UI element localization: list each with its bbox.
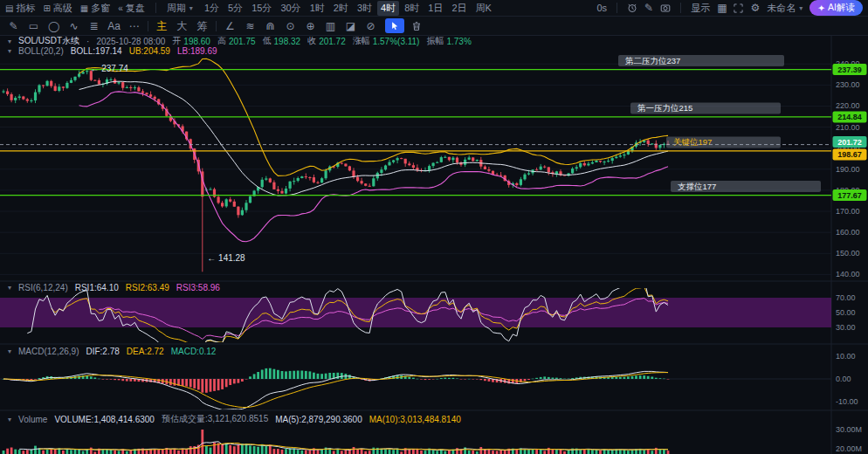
volume-name[interactable]: Volume — [18, 415, 47, 424]
svg-text:140.00: 140.00 — [836, 270, 860, 279]
tab-main-chart[interactable]: 主 — [153, 18, 171, 34]
draw-wave-icon[interactable]: ∿ — [65, 18, 83, 34]
draw-lines-icon[interactable]: ≣ — [85, 18, 103, 34]
boll-name[interactable]: BOLL(20,2) — [18, 46, 64, 56]
timeframe-3时[interactable]: 3时 — [354, 1, 375, 16]
toolbar-separator — [155, 3, 156, 13]
ohlc-low: 低198.32 — [263, 35, 301, 47]
layout-grid-icon[interactable]: ▦ — [717, 2, 727, 14]
crosshair-icon[interactable]: ⊕ — [301, 18, 320, 34]
chevron-down-icon: ▾ — [799, 4, 803, 12]
rsi1-value: RSI1:64.10 — [75, 283, 119, 292]
draw-more-icon[interactable]: ⋯ — [125, 18, 143, 34]
svg-text:-10.00: -10.00 — [836, 397, 858, 406]
alert-clock-icon[interactable] — [627, 3, 637, 13]
svg-text:190.00: 190.00 — [836, 165, 860, 174]
screenshot-camera-icon[interactable] — [660, 3, 671, 13]
drawing-toolbar: ✎▭◯∿≣Aa⋯主大筹∠≋⋒⊙⊕▥◪⊘ — [0, 17, 868, 36]
tab-chips[interactable]: 筹 — [193, 18, 211, 34]
rsi-legend: ▾ RSI(6,12,24) RSI1:64.10 RSI2:63.49 RSI… — [7, 283, 220, 292]
period-menu[interactable]: 周期 ▾ — [167, 2, 193, 15]
svg-text:201.72: 201.72 — [837, 138, 862, 147]
volume-legend: ▾ Volume VOLUME:1,408,414.6300 预估成交量:3,1… — [7, 413, 461, 425]
replay-button[interactable]: « 复盘 — [118, 2, 145, 15]
volume-ma10: MA(10):3,013,484.8140 — [369, 415, 461, 424]
price-badge: 237.39 — [833, 64, 867, 75]
macd-name[interactable]: MACD(12,26,9) — [18, 347, 79, 356]
multi-window-button[interactable]: ▦ 多窗 — [80, 2, 110, 15]
pattern-icon[interactable]: ▥ — [321, 18, 340, 34]
rsi-name[interactable]: RSI(6,12,24) — [18, 283, 68, 292]
boll-lb-value: LB:189.69 — [177, 46, 217, 56]
eraser-icon[interactable]: ⊘ — [362, 18, 380, 34]
timeframe-1分[interactable]: 1分 — [201, 1, 223, 16]
timeframe-5分[interactable]: 5分 — [224, 1, 246, 16]
highlight-icon[interactable]: ◪ — [341, 18, 360, 34]
draw-fib-icon[interactable]: ≋ — [241, 18, 259, 34]
advanced-button[interactable]: ⊞ 高级 — [43, 2, 72, 15]
collapse-icon[interactable]: ▾ — [8, 416, 11, 423]
timeframe-1日[interactable]: 1日 — [424, 1, 446, 16]
svg-text:177.67: 177.67 — [837, 191, 862, 200]
measure-icon[interactable]: ⊙ — [281, 18, 300, 34]
dot-separator: · — [86, 37, 89, 46]
template-preset-menu[interactable]: 未命名 ▾ — [767, 2, 803, 15]
magnet-icon[interactable]: ⋒ — [261, 18, 279, 34]
trash-icon[interactable] — [411, 21, 422, 31]
display-menu[interactable]: 显示 — [691, 2, 710, 15]
timeframe-周K[interactable]: 周K — [472, 1, 495, 16]
timeframe-4时[interactable]: 4时 — [377, 1, 399, 16]
ai-analysis-button[interactable]: ✦ AI解读 — [809, 0, 863, 16]
key-levels: 第二压力位237237.39第一压力位215214.84关键位197198.67… — [0, 55, 867, 201]
multi-window-icon: ▦ — [80, 3, 88, 13]
svg-text:170.00: 170.00 — [836, 207, 860, 216]
level-label-text: 第一压力位215 — [637, 103, 692, 113]
tab-big-orders[interactable]: 大 — [173, 18, 191, 34]
level-label-text: 关键位197 — [673, 137, 712, 147]
amplitude: 振幅1.73% — [426, 35, 471, 47]
draw-circle-icon[interactable]: ◯ — [45, 18, 63, 34]
settings-gear-icon[interactable]: ⚙ — [750, 2, 760, 14]
collapse-icon[interactable]: ▾ — [8, 284, 11, 292]
volume-value: VOLUME:1,408,414.6300 — [54, 415, 155, 424]
svg-text:30.00: 30.00 — [836, 323, 856, 332]
svg-text:160.00: 160.00 — [836, 228, 860, 237]
level-label-text: 支撑位177 — [678, 182, 716, 191]
change-percent: 涨幅1.57%(3.11) — [353, 35, 420, 47]
level-label-text: 第二压力位237 — [625, 56, 680, 65]
advanced-icon: ⊞ — [43, 3, 50, 13]
chevron-down-icon: ▾ — [189, 4, 193, 12]
draw-pencil-icon[interactable]: ✎ — [4, 18, 23, 34]
fullscreen-icon[interactable] — [734, 3, 743, 13]
sparkle-icon: ✦ — [817, 3, 825, 13]
draw-pencil-icon[interactable]: ✎ — [644, 2, 653, 14]
volume-plot — [3, 430, 670, 454]
svg-text:214.84: 214.84 — [837, 113, 862, 121]
timeframe-15分[interactable]: 15分 — [248, 1, 275, 16]
svg-text:50.00: 50.00 — [836, 308, 856, 317]
collapse-icon[interactable]: ▾ — [8, 47, 11, 55]
indicators-button[interactable]: ▤ 指标 — [5, 2, 35, 15]
timeframe-1时[interactable]: 1时 — [307, 1, 328, 16]
svg-text:70.00: 70.00 — [836, 293, 856, 302]
price-annotation: ← 237.74 — [90, 64, 128, 73]
draw-angle-icon[interactable]: ∠ — [221, 18, 239, 34]
rsi3-value: RSI3:58.96 — [176, 283, 220, 292]
ohlc-open: 开198.60 — [172, 35, 210, 47]
top-toolbar-right: 0s ✎ 显示 ▦ ⚙ 未命名 ▾ ✦ AI解读 — [596, 0, 863, 16]
collapse-icon[interactable]: ▾ — [8, 38, 11, 45]
timeframe-2日[interactable]: 2日 — [448, 1, 470, 16]
svg-text:230.00: 230.00 — [836, 80, 860, 89]
collapse-icon[interactable]: ▾ — [8, 347, 11, 355]
timeframe-8时[interactable]: 8时 — [401, 1, 423, 16]
cursor-tool-active[interactable] — [385, 18, 404, 33]
boll-mb-value: BOLL:197.14 — [71, 46, 122, 56]
candle-datetime: 2025-10-28 08:00 — [96, 37, 165, 46]
price-badge: 177.67 — [833, 189, 867, 201]
draw-rect-icon[interactable]: ▭ — [24, 18, 43, 34]
draw-text-icon[interactable]: Aa — [105, 18, 123, 34]
timeframe-2时[interactable]: 2时 — [330, 1, 352, 16]
symbol-name[interactable]: SOL/USDT永续 — [18, 35, 79, 47]
timeframe-30分[interactable]: 30分 — [277, 1, 304, 16]
chart-canvas[interactable]: 240.00230.00220.00210.00200.00190.00180.… — [0, 0, 868, 454]
